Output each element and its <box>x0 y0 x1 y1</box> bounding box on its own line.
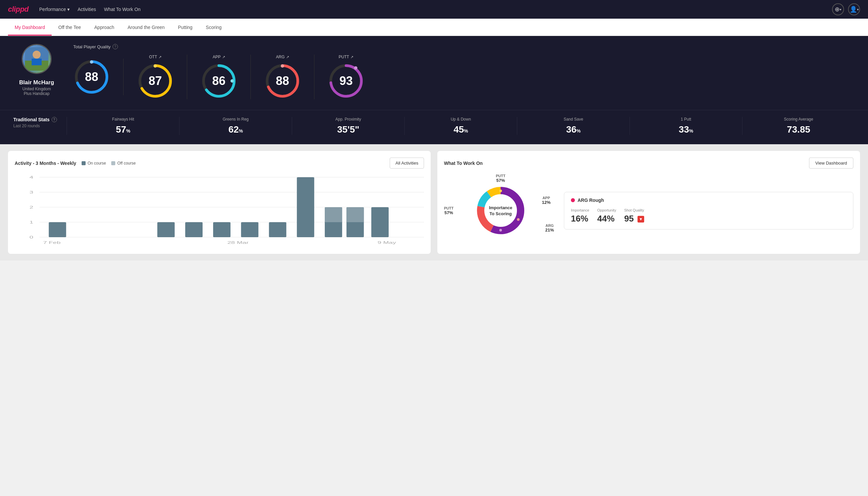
ring-app: APP ↗ 86 <box>187 55 251 99</box>
chevron-down-icon: ▾ <box>840 7 841 11</box>
player-country: United Kingdom <box>22 87 51 91</box>
what-card-header: What To Work On View Dashboard <box>444 158 853 169</box>
add-button[interactable]: ⊕ ▾ <box>832 3 844 15</box>
svg-rect-3 <box>32 59 42 65</box>
tabs-bar: My Dashboard Off the Tee Approach Around… <box>0 19 868 36</box>
info-metric-importance: Importance 16% <box>571 208 589 224</box>
chart-legend: On course Off course <box>82 161 136 166</box>
ring-arg: ARG ↗ 88 <box>251 55 314 99</box>
info-metric-shot-quality: Shot Quality 95 ▼ <box>624 208 644 224</box>
tab-around-the-green[interactable]: Around the Green <box>121 19 171 36</box>
stat-scoring-avg: Scoring Average 73.85 <box>742 117 855 135</box>
svg-text:28 Mar: 28 Mar <box>227 241 249 245</box>
putt-label: PUTT 57% <box>444 206 454 215</box>
svg-rect-35 <box>297 177 314 237</box>
putt-arrow-icon: ↗ <box>350 55 353 59</box>
stats-items: Fairways Hit 57% Greens In Reg 62% App. … <box>67 117 855 135</box>
view-dashboard-button[interactable]: View Dashboard <box>809 158 853 169</box>
stat-fairways-hit: Fairways Hit 57% <box>67 117 179 135</box>
svg-rect-31 <box>185 222 203 237</box>
user-menu-button[interactable]: 👤 ▾ <box>848 3 860 15</box>
svg-rect-40 <box>372 207 389 237</box>
ring-overall-value: 88 <box>85 70 98 84</box>
donut-chart: Importance To Scoring <box>474 184 527 237</box>
nav-what-to-work-on[interactable]: What To Work On <box>104 5 141 13</box>
info-metrics: Importance 16% Opportunity 44% Shot Qual… <box>571 208 846 224</box>
ring-ott-value: 87 <box>148 74 162 88</box>
stat-sand-save: Sand Save 36% <box>517 117 630 135</box>
ring-putt-value: 93 <box>340 74 353 88</box>
ring-putt-label: PUTT ↗ <box>339 55 353 59</box>
svg-rect-30 <box>157 222 175 237</box>
nav-activities[interactable]: Activities <box>78 5 96 13</box>
tab-putting[interactable]: Putting <box>171 19 199 36</box>
activity-card-header: Activity - 3 Months - Weekly On course O… <box>15 158 424 169</box>
app-logo: clippd <box>8 5 29 14</box>
bar-chart: 4 3 2 1 0 <box>15 174 424 247</box>
scores-section: Total Player Quality ? 88 <box>73 44 855 99</box>
arg-label: ARG 21% <box>545 223 554 233</box>
svg-rect-32 <box>213 222 231 237</box>
stat-up-down: Up & Down 45% <box>404 117 517 135</box>
player-info: Blair McHarg United Kingdom Plus Handica… <box>13 44 60 96</box>
tab-off-the-tee[interactable]: Off the Tee <box>52 19 88 36</box>
info-metric-opportunity: Opportunity 44% <box>597 208 616 224</box>
hero-section: Blair McHarg United Kingdom Plus Handica… <box>0 36 868 110</box>
svg-text:4: 4 <box>29 175 33 179</box>
ring-arg-label: ARG ↗ <box>276 55 289 59</box>
svg-point-50 <box>499 189 502 192</box>
off-course-dot <box>111 161 115 165</box>
ring-ott-label: OTT ↗ <box>149 55 161 59</box>
all-activities-button[interactable]: All Activities <box>390 158 424 169</box>
stat-app-proximity: App. Proximity 35'5" <box>292 117 404 135</box>
ring-overall-container: 88 <box>73 59 110 95</box>
nav-performance[interactable]: Performance ▾ <box>39 5 69 13</box>
activity-card: Activity - 3 Months - Weekly On course O… <box>8 151 431 254</box>
stats-subtitle: Last 20 rounds <box>13 124 67 128</box>
tab-my-dashboard[interactable]: My Dashboard <box>8 19 52 36</box>
tpq-info-icon[interactable]: ? <box>113 44 118 49</box>
ott-label: PUTT 57% <box>496 174 506 183</box>
chevron-down-icon: ▾ <box>67 7 69 12</box>
svg-rect-34 <box>269 222 286 237</box>
svg-rect-39 <box>346 207 364 222</box>
tab-scoring[interactable]: Scoring <box>199 19 228 36</box>
tab-approach[interactable]: Approach <box>88 19 121 36</box>
ring-ott: OTT ↗ 87 <box>124 55 187 99</box>
svg-point-18 <box>354 66 358 69</box>
activity-card-left: Activity - 3 Months - Weekly On course O… <box>15 160 136 166</box>
svg-text:9 May: 9 May <box>377 241 396 245</box>
app-arrow-icon: ↗ <box>222 55 225 59</box>
info-box: ARG Rough Importance 16% Opportunity 44%… <box>564 192 853 230</box>
svg-rect-37 <box>325 207 342 222</box>
ott-arrow-icon: ↗ <box>159 55 161 59</box>
what-card-title: What To Work On <box>444 160 483 166</box>
tpq-label: Total Player Quality ? <box>73 44 855 49</box>
ring-arg-container: 88 <box>264 63 301 99</box>
svg-point-9 <box>154 64 157 68</box>
avatar <box>22 44 52 74</box>
svg-text:7 Feb: 7 Feb <box>43 241 61 245</box>
ring-putt-container: 93 <box>328 63 364 99</box>
down-arrow-icon: ▼ <box>637 216 644 222</box>
svg-text:2: 2 <box>29 205 33 209</box>
what-to-work-on-card: What To Work On View Dashboard PUTT 57% … <box>437 151 860 254</box>
ring-app-container: 86 <box>201 63 237 99</box>
svg-text:0: 0 <box>29 235 33 239</box>
plus-icon: ⊕ <box>835 6 840 13</box>
what-content: PUTT 57% PUTT 57% APP 12% ARG 21% <box>444 174 853 247</box>
main-content: Activity - 3 Months - Weekly On course O… <box>0 144 868 261</box>
stats-title: Traditional Stats ? <box>13 117 67 122</box>
svg-point-52 <box>499 229 502 232</box>
svg-text:To Scoring: To Scoring <box>490 211 512 216</box>
app-label: APP 12% <box>542 196 551 205</box>
avatar-image <box>23 45 51 73</box>
info-dot <box>571 198 575 202</box>
top-nav: clippd Performance ▾ Activities What To … <box>0 0 868 19</box>
stats-info-icon[interactable]: ? <box>52 117 57 122</box>
arg-arrow-icon: ↗ <box>286 55 289 59</box>
svg-text:Importance: Importance <box>489 205 512 210</box>
svg-point-6 <box>90 60 93 64</box>
chevron-down-icon: ▾ <box>857 7 859 11</box>
ring-arg-value: 88 <box>276 74 289 88</box>
